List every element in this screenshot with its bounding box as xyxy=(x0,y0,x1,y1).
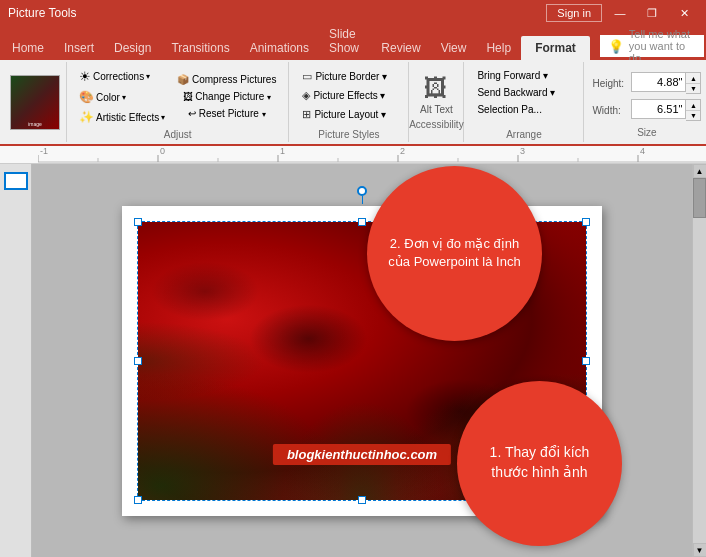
tell-me-container[interactable]: 💡 Tell me what you want to do xyxy=(600,35,704,57)
restore-button[interactable]: ❐ xyxy=(638,4,666,22)
handle-bl[interactable] xyxy=(134,496,142,504)
tab-slideshow[interactable]: Slide Show xyxy=(319,22,371,60)
artistic-effects-button[interactable]: ✨ Artistic Effects ▾ xyxy=(75,108,169,126)
scroll-down-button[interactable]: ▼ xyxy=(693,543,707,557)
height-up-button[interactable]: ▲ xyxy=(686,73,700,83)
size-group: Height: ▲ ▼ Width: ▲ xyxy=(584,62,706,142)
ruler: -1 0 1 2 3 4 xyxy=(0,146,706,164)
svg-text:4: 4 xyxy=(640,146,645,156)
rotate-handle-group xyxy=(357,186,367,204)
height-row: Height: ▲ ▼ xyxy=(592,72,701,94)
adjust-group: ☀ Corrections ▾ 🎨 Color ▾ ✨ Artistic Eff… xyxy=(67,62,289,142)
arrange-group: Bring Forward ▾ Send Backward ▾ Selectio… xyxy=(464,62,584,142)
tab-transitions[interactable]: Transitions xyxy=(161,36,239,60)
alt-text-label: Alt Text xyxy=(420,104,453,115)
accessibility-label: Accessibility xyxy=(409,119,463,130)
tab-help[interactable]: Help xyxy=(476,36,521,60)
tab-design[interactable]: Design xyxy=(104,36,161,60)
tab-format[interactable]: Format xyxy=(521,36,590,60)
adjust-group-label: Adjust xyxy=(75,129,280,140)
picture-styles-group: ▭ Picture Border ▾ ◈ Picture Effects ▾ ⊞… xyxy=(289,62,409,142)
height-label: Height: xyxy=(592,78,628,89)
callout-bubble-1: 1. Thay đổi kích thước hình ảnh xyxy=(457,381,622,546)
svg-text:0: 0 xyxy=(160,146,165,156)
ribbon-content: image ☀ Corrections ▾ 🎨 Color ▾ ✨ Artist… xyxy=(0,60,706,146)
width-up-button[interactable]: ▲ xyxy=(686,100,700,110)
rotate-line xyxy=(362,196,363,204)
width-row: Width: ▲ ▼ xyxy=(592,99,701,121)
picture-border-button[interactable]: ▭ Picture Border ▾ xyxy=(297,68,400,85)
minimize-button[interactable]: — xyxy=(606,4,634,22)
handle-tl[interactable] xyxy=(134,218,142,226)
tab-insert[interactable]: Insert xyxy=(54,36,104,60)
bulb-icon: 💡 xyxy=(608,39,624,54)
tab-animations[interactable]: Animations xyxy=(240,36,319,60)
size-group-label: Size xyxy=(592,127,701,138)
handle-ml[interactable] xyxy=(134,357,142,365)
handle-bm[interactable] xyxy=(358,496,366,504)
image-thumbnail-group[interactable]: image xyxy=(4,62,67,142)
arrange-group-label: Arrange xyxy=(472,129,575,140)
slide-canvas: blogkienthuctinhoc.com 2. Đơn vị đo mặc … xyxy=(122,206,602,516)
svg-text:2: 2 xyxy=(400,146,405,156)
slide-thumbnail[interactable] xyxy=(4,172,28,190)
scroll-up-button[interactable]: ▲ xyxy=(693,164,707,178)
height-input[interactable] xyxy=(631,72,686,92)
scroll-track[interactable] xyxy=(693,178,706,543)
ribbon-tabs: Home Insert Design Transitions Animation… xyxy=(0,26,706,60)
rotate-handle[interactable] xyxy=(357,186,367,196)
ruler-svg: -1 0 1 2 3 4 xyxy=(38,146,706,163)
picture-effects-button[interactable]: ◈ Picture Effects ▾ xyxy=(297,87,400,104)
send-backward-button[interactable]: Send Backward ▾ xyxy=(472,85,575,100)
selection-pane-button[interactable]: Selection Pa... xyxy=(472,102,575,117)
bring-forward-button[interactable]: Bring Forward ▾ xyxy=(472,68,575,83)
tell-me-text: Tell me what you want to do xyxy=(629,28,696,64)
change-picture-button[interactable]: 🖼 Change Picture ▾ xyxy=(173,89,280,104)
callout-bubble-2: 2. Đơn vị đo mặc định của Powerpoint là … xyxy=(367,166,542,341)
picture-tools-label: Picture Tools xyxy=(8,6,76,20)
picture-layout-button[interactable]: ⊞ Picture Layout ▾ xyxy=(297,106,400,123)
tab-review[interactable]: Review xyxy=(371,36,430,60)
reset-picture-button[interactable]: ↩ Reset Picture ▾ xyxy=(173,106,280,121)
picture-styles-label: Picture Styles xyxy=(297,129,400,140)
compress-button[interactable]: 📦 Compress Pictures xyxy=(173,72,280,87)
canvas-area: blogkienthuctinhoc.com 2. Đơn vị đo mặc … xyxy=(32,164,692,557)
svg-text:-1: -1 xyxy=(40,146,48,156)
tab-view[interactable]: View xyxy=(431,36,477,60)
corrections-button[interactable]: ☀ Corrections ▾ xyxy=(75,67,169,86)
vertical-scrollbar[interactable]: ▲ ▼ xyxy=(692,164,706,557)
alt-text-group[interactable]: 🖼 Alt Text Accessibility xyxy=(409,62,464,142)
tab-home[interactable]: Home xyxy=(2,36,54,60)
color-button[interactable]: 🎨 Color ▾ xyxy=(75,88,169,106)
watermark: blogkienthuctinhoc.com xyxy=(273,444,451,465)
svg-text:3: 3 xyxy=(520,146,525,156)
handle-mr[interactable] xyxy=(582,357,590,365)
handle-tr[interactable] xyxy=(582,218,590,226)
working-area: blogkienthuctinhoc.com 2. Đơn vị đo mặc … xyxy=(0,164,706,557)
height-down-button[interactable]: ▼ xyxy=(686,83,700,93)
scroll-thumb[interactable] xyxy=(693,178,706,218)
thumbnail-panel xyxy=(0,164,32,557)
width-label: Width: xyxy=(592,105,628,116)
sign-in-button[interactable]: Sign in xyxy=(546,4,602,22)
svg-text:1: 1 xyxy=(280,146,285,156)
close-button[interactable]: ✕ xyxy=(670,4,698,22)
width-input[interactable] xyxy=(631,99,686,119)
width-down-button[interactable]: ▼ xyxy=(686,110,700,120)
alt-text-icon: 🖼 xyxy=(424,74,448,102)
handle-tm[interactable] xyxy=(358,218,366,226)
